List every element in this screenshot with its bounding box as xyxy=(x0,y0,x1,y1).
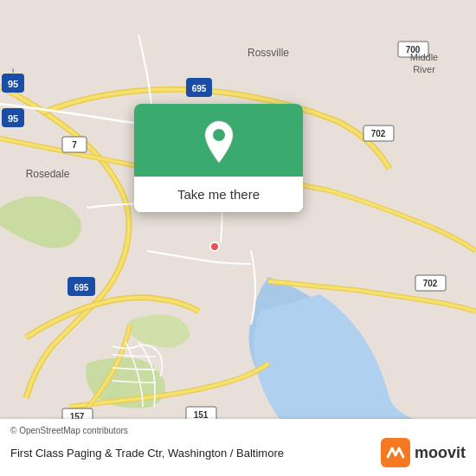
svg-text:702: 702 xyxy=(371,129,386,138)
map-container: 95 I 695 7 702 702 700 695 151 157 95 Ro… xyxy=(0,0,476,476)
svg-text:River: River xyxy=(413,64,435,74)
svg-text:Rossville: Rossville xyxy=(248,47,289,59)
svg-text:I: I xyxy=(12,67,14,74)
svg-text:695: 695 xyxy=(192,84,207,93)
svg-text:95: 95 xyxy=(8,113,18,124)
svg-text:Rosedale: Rosedale xyxy=(26,168,70,180)
location-name: First Class Paging & Trade Ctr, Washingt… xyxy=(10,447,381,460)
svg-text:7: 7 xyxy=(72,140,77,150)
svg-text:702: 702 xyxy=(423,279,438,288)
svg-text:95: 95 xyxy=(8,79,18,89)
bottom-row: First Class Paging & Trade Ctr, Washingt… xyxy=(10,438,466,467)
svg-point-26 xyxy=(210,242,219,251)
popup-green-area xyxy=(134,104,303,177)
popup-card: Take me there xyxy=(134,104,303,212)
bottom-bar: © OpenStreetMap contributors First Class… xyxy=(0,419,476,476)
copyright-text: © OpenStreetMap contributors xyxy=(10,426,466,435)
moovit-logo: moovit xyxy=(381,438,466,467)
svg-text:Middle: Middle xyxy=(410,52,438,62)
moovit-brand-text: moovit xyxy=(415,444,466,462)
svg-point-27 xyxy=(213,129,225,141)
moovit-brand-icon xyxy=(381,438,410,467)
map-background: 95 I 695 7 702 702 700 695 151 157 95 Ro… xyxy=(0,0,476,476)
location-pin-icon xyxy=(200,119,238,164)
svg-text:695: 695 xyxy=(74,283,89,293)
take-me-there-button[interactable]: Take me there xyxy=(134,177,303,212)
